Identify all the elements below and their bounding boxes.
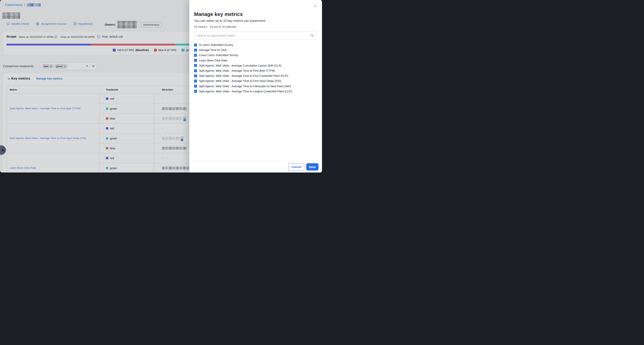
metric-option-label: Average Time to Click	[199, 49, 227, 52]
metric-option-label: Split Agents: Web Vitals - Average Time …	[199, 69, 275, 72]
metric-option: ✓Split Agents: Web Vitals - Average Time…	[194, 84, 316, 89]
metric-option: ✓Split Agents: Web Vitals - Average Cumu…	[194, 63, 316, 68]
metric-option-label: Learn More Click Rate	[199, 59, 227, 62]
checkbox-checked[interactable]: ✓	[194, 90, 197, 93]
metric-checkbox-list: ✓% Users Submitted Survey ✓Average Time …	[194, 42, 316, 94]
checkbox-checked[interactable]: ✓	[194, 75, 197, 77]
search-icon	[310, 34, 314, 38]
metric-option: ✓Split Agents: Web Vitals - Average Time…	[194, 89, 316, 94]
checkbox-checked[interactable]: ✓	[194, 54, 197, 57]
checkbox-checked[interactable]: ✓	[194, 69, 197, 72]
metric-option: ✓Average Time to Click	[194, 48, 316, 53]
checkbox-checked[interactable]: ✓	[194, 44, 197, 47]
metric-option: ✓Count Users Submitted Survey	[194, 53, 316, 58]
cancel-button[interactable]: Cancel	[288, 163, 304, 171]
panel-footer: Cancel Save	[189, 161, 322, 173]
checkbox-checked[interactable]: ✓	[194, 85, 197, 88]
metric-option-label: Split Agents: Web Vitals - Average Time …	[199, 74, 288, 77]
save-button[interactable]: Save	[306, 163, 318, 171]
metric-option-label: Split Agents: Web Vitals - Average Time …	[199, 90, 292, 93]
metric-option-label: Split Agents: Web Vitals - Average Cumul…	[199, 64, 281, 67]
manage-key-metrics-panel: Manage key metrics You can select up to …	[189, 0, 322, 173]
metric-option-label: % Users Submitted Survey	[199, 43, 233, 47]
metric-option: ✓Learn More Click Rate	[194, 58, 316, 63]
selection-count: 10 metrics · 10 out of 10 selected	[194, 25, 316, 29]
checkbox-checked[interactable]: ✓	[194, 64, 197, 67]
app-root: Experiments / Health Check Assignment so…	[0, 0, 322, 173]
close-icon[interactable]	[313, 4, 317, 8]
search-input[interactable]	[194, 32, 316, 39]
panel-title: Manage key metrics	[194, 11, 316, 17]
metric-option: ✓% Users Submitted Survey	[194, 42, 316, 48]
metric-option: ✓Split Agents: Web Vitals - Average Time…	[194, 73, 316, 78]
metric-search	[194, 32, 316, 39]
checkbox-checked[interactable]: ✓	[194, 49, 197, 52]
metric-option: ✓Split Agents: Web Vitals - Average Time…	[194, 68, 316, 73]
checkbox-checked[interactable]: ✓	[194, 59, 197, 62]
checkbox-checked[interactable]: ✓	[194, 80, 197, 83]
metric-option: ✓Split Agents: Web Vitals - Average Time…	[194, 78, 316, 84]
panel-subtitle: You can select up to 10 key metrics per …	[194, 19, 316, 23]
metric-option-label: Split Agents: Web Vitals - Average Time …	[199, 79, 281, 83]
metric-option-label: Count Users Submitted Survey	[199, 54, 238, 57]
metric-option-label: Split Agents: Web Vitals - Average Time …	[199, 85, 291, 88]
